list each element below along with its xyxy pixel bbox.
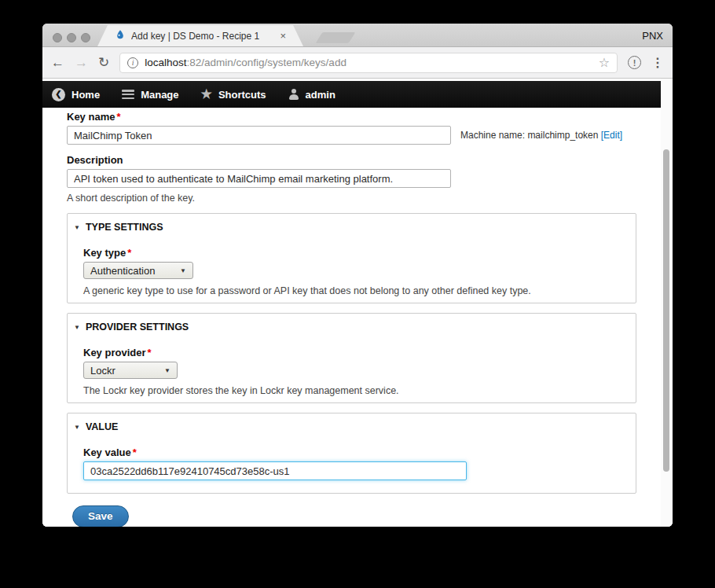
description-input[interactable] xyxy=(67,169,451,188)
type-settings-legend[interactable]: ▼ TYPE SETTINGS xyxy=(74,222,620,233)
chevron-down-icon: ▼ xyxy=(180,267,186,274)
tab-close-icon[interactable]: × xyxy=(280,31,286,41)
key-provider-selected-value: Lockr xyxy=(90,365,116,377)
window-controls xyxy=(53,33,90,42)
key-type-label: Key type* xyxy=(83,247,620,259)
type-settings-fieldset: ▼ TYPE SETTINGS Key type* Authentication… xyxy=(67,213,636,303)
window-close-button[interactable] xyxy=(53,33,62,42)
browser-tab-bar: Add key | DS Demo - Recipe 1 × PNX xyxy=(42,24,673,47)
required-marker: * xyxy=(147,347,151,358)
value-legend[interactable]: ▼ VALUE xyxy=(74,421,620,432)
machine-name-edit-link[interactable]: [Edit] xyxy=(601,130,622,141)
add-key-form: Key name* Machine name: mailchimp_token … xyxy=(42,108,661,527)
key-provider-help-text: The Lockr key provider stores the key in… xyxy=(83,385,620,396)
machine-name-text: Machine name: mailchimp_token [Edit] xyxy=(460,130,622,141)
key-value-input[interactable] xyxy=(83,461,467,480)
toolbar-item-label: admin xyxy=(306,89,336,101)
key-name-field: Key name* Machine name: mailchimp_token … xyxy=(67,111,661,145)
browser-toolbar: ← → ↻ i localhost:82/admin/config/system… xyxy=(42,47,673,79)
back-icon[interactable]: ← xyxy=(51,56,64,69)
description-help-text: A short description of the key. xyxy=(67,193,661,204)
provider-settings-legend[interactable]: ▼ PROVIDER SETTINGS xyxy=(74,322,620,333)
chevron-down-icon: ▼ xyxy=(164,367,170,374)
key-provider-select[interactable]: Lockr ▼ xyxy=(83,362,178,379)
description-field: Description A short description of the k… xyxy=(67,154,661,204)
save-button[interactable]: Save xyxy=(72,505,129,527)
value-fieldset: ▼ VALUE Key value* xyxy=(67,413,636,494)
drupal-favicon-icon xyxy=(115,29,126,42)
forward-icon: → xyxy=(75,56,88,69)
browser-window: Add key | DS Demo - Recipe 1 × PNX ← → ↻… xyxy=(42,24,673,527)
required-marker: * xyxy=(127,247,131,259)
window-minimize-button[interactable] xyxy=(67,33,76,42)
url-text: localhost:82/admin/config/system/keys/ad… xyxy=(145,57,346,68)
star-icon: ★ xyxy=(201,88,212,101)
profile-label: PNX xyxy=(642,30,663,42)
provider-settings-fieldset: ▼ PROVIDER SETTINGS Key provider* Lockr … xyxy=(67,313,636,403)
drupal-admin-toolbar: ❮ Home Manage ★ Shortcuts admin xyxy=(42,81,661,108)
user-icon xyxy=(288,89,299,100)
toolbar-item-label: Home xyxy=(72,89,100,101)
home-back-icon: ❮ xyxy=(52,88,65,101)
key-type-select[interactable]: Authentication ▼ xyxy=(83,262,193,279)
page-content: ❮ Home Manage ★ Shortcuts admin xyxy=(42,79,661,527)
key-value-label: Key value* xyxy=(83,447,620,458)
key-name-label: Key name* xyxy=(67,111,661,123)
key-type-help-text: A generic key type to use for a password… xyxy=(83,285,620,296)
url-host: localhost xyxy=(145,57,186,68)
key-provider-label: Key provider* xyxy=(83,347,620,358)
toolbar-item-shortcuts[interactable]: ★ Shortcuts xyxy=(201,88,266,101)
browser-menu-icon[interactable]: ⋮ xyxy=(651,57,664,69)
browser-tab[interactable]: Add key | DS Demo - Recipe 1 × xyxy=(97,25,303,46)
browser-alert-icon[interactable]: ! xyxy=(628,56,641,69)
bookmark-star-icon[interactable]: ☆ xyxy=(599,57,610,69)
toolbar-item-label: Shortcuts xyxy=(218,89,266,101)
address-bar[interactable]: i localhost:82/admin/config/system/keys/… xyxy=(119,53,618,73)
required-marker: * xyxy=(116,111,120,123)
collapse-triangle-icon: ▼ xyxy=(74,424,80,431)
window-zoom-button[interactable] xyxy=(81,33,90,42)
required-marker: * xyxy=(133,447,137,458)
new-tab-button[interactable] xyxy=(316,32,356,43)
toolbar-item-home[interactable]: ❮ Home xyxy=(52,88,100,101)
browser-viewport: ❮ Home Manage ★ Shortcuts admin xyxy=(42,79,673,527)
key-type-selected-value: Authentication xyxy=(90,265,155,277)
collapse-triangle-icon: ▼ xyxy=(74,224,80,231)
tab-title: Add key | DS Demo - Recipe 1 xyxy=(131,31,259,42)
site-info-icon[interactable]: i xyxy=(127,57,138,68)
scrollbar-thumb[interactable] xyxy=(663,149,669,472)
reload-icon[interactable]: ↻ xyxy=(98,56,109,69)
description-label: Description xyxy=(67,154,661,166)
menu-icon xyxy=(122,90,134,99)
collapse-triangle-icon: ▼ xyxy=(74,324,80,331)
toolbar-item-label: Manage xyxy=(141,89,178,101)
toolbar-item-admin[interactable]: admin xyxy=(288,89,336,101)
toolbar-item-manage[interactable]: Manage xyxy=(122,89,178,101)
page-scrollbar[interactable] xyxy=(661,79,673,527)
screen: Add key | DS Demo - Recipe 1 × PNX ← → ↻… xyxy=(0,0,715,588)
key-name-input[interactable] xyxy=(67,126,451,145)
url-path: :82/admin/config/system/keys/add xyxy=(187,57,346,68)
